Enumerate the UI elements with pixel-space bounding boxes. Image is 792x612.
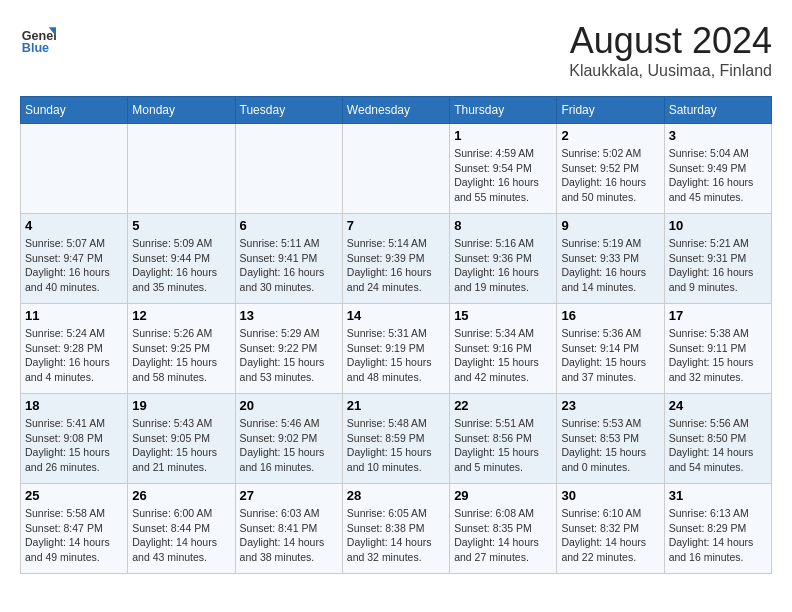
day-number: 9 xyxy=(561,218,659,233)
day-info: Sunrise: 5:11 AM Sunset: 9:41 PM Dayligh… xyxy=(240,236,338,295)
day-info: Sunrise: 5:04 AM Sunset: 9:49 PM Dayligh… xyxy=(669,146,767,205)
day-number: 4 xyxy=(25,218,123,233)
calendar-cell xyxy=(21,124,128,214)
calendar-cell: 31Sunrise: 6:13 AM Sunset: 8:29 PM Dayli… xyxy=(664,484,771,574)
day-info: Sunrise: 5:38 AM Sunset: 9:11 PM Dayligh… xyxy=(669,326,767,385)
day-number: 27 xyxy=(240,488,338,503)
calendar-table: SundayMondayTuesdayWednesdayThursdayFrid… xyxy=(20,96,772,574)
calendar-cell: 23Sunrise: 5:53 AM Sunset: 8:53 PM Dayli… xyxy=(557,394,664,484)
day-number: 17 xyxy=(669,308,767,323)
day-number: 16 xyxy=(561,308,659,323)
calendar-cell: 13Sunrise: 5:29 AM Sunset: 9:22 PM Dayli… xyxy=(235,304,342,394)
calendar-header-row: SundayMondayTuesdayWednesdayThursdayFrid… xyxy=(21,97,772,124)
calendar-cell: 6Sunrise: 5:11 AM Sunset: 9:41 PM Daylig… xyxy=(235,214,342,304)
day-number: 25 xyxy=(25,488,123,503)
calendar-cell: 20Sunrise: 5:46 AM Sunset: 9:02 PM Dayli… xyxy=(235,394,342,484)
day-info: Sunrise: 5:58 AM Sunset: 8:47 PM Dayligh… xyxy=(25,506,123,565)
day-number: 2 xyxy=(561,128,659,143)
day-number: 30 xyxy=(561,488,659,503)
calendar-cell: 3Sunrise: 5:04 AM Sunset: 9:49 PM Daylig… xyxy=(664,124,771,214)
calendar-cell: 22Sunrise: 5:51 AM Sunset: 8:56 PM Dayli… xyxy=(450,394,557,484)
day-info: Sunrise: 6:03 AM Sunset: 8:41 PM Dayligh… xyxy=(240,506,338,565)
calendar-week-row: 25Sunrise: 5:58 AM Sunset: 8:47 PM Dayli… xyxy=(21,484,772,574)
calendar-cell: 24Sunrise: 5:56 AM Sunset: 8:50 PM Dayli… xyxy=(664,394,771,484)
calendar-cell: 12Sunrise: 5:26 AM Sunset: 9:25 PM Dayli… xyxy=(128,304,235,394)
calendar-week-row: 11Sunrise: 5:24 AM Sunset: 9:28 PM Dayli… xyxy=(21,304,772,394)
calendar-cell: 10Sunrise: 5:21 AM Sunset: 9:31 PM Dayli… xyxy=(664,214,771,304)
day-info: Sunrise: 5:43 AM Sunset: 9:05 PM Dayligh… xyxy=(132,416,230,475)
calendar-cell: 18Sunrise: 5:41 AM Sunset: 9:08 PM Dayli… xyxy=(21,394,128,484)
calendar-cell: 28Sunrise: 6:05 AM Sunset: 8:38 PM Dayli… xyxy=(342,484,449,574)
calendar-header-wednesday: Wednesday xyxy=(342,97,449,124)
calendar-cell: 21Sunrise: 5:48 AM Sunset: 8:59 PM Dayli… xyxy=(342,394,449,484)
calendar-header-friday: Friday xyxy=(557,97,664,124)
day-number: 13 xyxy=(240,308,338,323)
calendar-week-row: 1Sunrise: 4:59 AM Sunset: 9:54 PM Daylig… xyxy=(21,124,772,214)
calendar-cell: 1Sunrise: 4:59 AM Sunset: 9:54 PM Daylig… xyxy=(450,124,557,214)
day-number: 24 xyxy=(669,398,767,413)
calendar-header-tuesday: Tuesday xyxy=(235,97,342,124)
calendar-cell: 26Sunrise: 6:00 AM Sunset: 8:44 PM Dayli… xyxy=(128,484,235,574)
day-number: 31 xyxy=(669,488,767,503)
day-info: Sunrise: 6:10 AM Sunset: 8:32 PM Dayligh… xyxy=(561,506,659,565)
day-number: 20 xyxy=(240,398,338,413)
day-number: 29 xyxy=(454,488,552,503)
day-number: 12 xyxy=(132,308,230,323)
day-info: Sunrise: 6:05 AM Sunset: 8:38 PM Dayligh… xyxy=(347,506,445,565)
title-block: August 2024 Klaukkala, Uusimaa, Finland xyxy=(569,20,772,80)
day-info: Sunrise: 6:13 AM Sunset: 8:29 PM Dayligh… xyxy=(669,506,767,565)
calendar-cell: 25Sunrise: 5:58 AM Sunset: 8:47 PM Dayli… xyxy=(21,484,128,574)
calendar-cell: 29Sunrise: 6:08 AM Sunset: 8:35 PM Dayli… xyxy=(450,484,557,574)
day-number: 7 xyxy=(347,218,445,233)
calendar-cell xyxy=(235,124,342,214)
day-info: Sunrise: 5:36 AM Sunset: 9:14 PM Dayligh… xyxy=(561,326,659,385)
calendar-cell: 11Sunrise: 5:24 AM Sunset: 9:28 PM Dayli… xyxy=(21,304,128,394)
day-info: Sunrise: 4:59 AM Sunset: 9:54 PM Dayligh… xyxy=(454,146,552,205)
calendar-week-row: 18Sunrise: 5:41 AM Sunset: 9:08 PM Dayli… xyxy=(21,394,772,484)
day-number: 1 xyxy=(454,128,552,143)
day-number: 10 xyxy=(669,218,767,233)
calendar-header-saturday: Saturday xyxy=(664,97,771,124)
calendar-header-sunday: Sunday xyxy=(21,97,128,124)
day-number: 5 xyxy=(132,218,230,233)
day-number: 11 xyxy=(25,308,123,323)
calendar-cell: 17Sunrise: 5:38 AM Sunset: 9:11 PM Dayli… xyxy=(664,304,771,394)
day-info: Sunrise: 5:51 AM Sunset: 8:56 PM Dayligh… xyxy=(454,416,552,475)
day-info: Sunrise: 5:46 AM Sunset: 9:02 PM Dayligh… xyxy=(240,416,338,475)
day-info: Sunrise: 5:09 AM Sunset: 9:44 PM Dayligh… xyxy=(132,236,230,295)
day-info: Sunrise: 5:16 AM Sunset: 9:36 PM Dayligh… xyxy=(454,236,552,295)
calendar-cell: 15Sunrise: 5:34 AM Sunset: 9:16 PM Dayli… xyxy=(450,304,557,394)
day-info: Sunrise: 5:24 AM Sunset: 9:28 PM Dayligh… xyxy=(25,326,123,385)
day-number: 3 xyxy=(669,128,767,143)
day-info: Sunrise: 5:53 AM Sunset: 8:53 PM Dayligh… xyxy=(561,416,659,475)
page-subtitle: Klaukkala, Uusimaa, Finland xyxy=(569,62,772,80)
day-info: Sunrise: 5:26 AM Sunset: 9:25 PM Dayligh… xyxy=(132,326,230,385)
day-info: Sunrise: 5:14 AM Sunset: 9:39 PM Dayligh… xyxy=(347,236,445,295)
day-number: 8 xyxy=(454,218,552,233)
day-info: Sunrise: 5:19 AM Sunset: 9:33 PM Dayligh… xyxy=(561,236,659,295)
day-number: 23 xyxy=(561,398,659,413)
logo: General Blue xyxy=(20,20,56,56)
day-number: 22 xyxy=(454,398,552,413)
calendar-cell: 7Sunrise: 5:14 AM Sunset: 9:39 PM Daylig… xyxy=(342,214,449,304)
day-number: 6 xyxy=(240,218,338,233)
day-info: Sunrise: 6:00 AM Sunset: 8:44 PM Dayligh… xyxy=(132,506,230,565)
day-number: 28 xyxy=(347,488,445,503)
calendar-cell: 16Sunrise: 5:36 AM Sunset: 9:14 PM Dayli… xyxy=(557,304,664,394)
calendar-cell: 8Sunrise: 5:16 AM Sunset: 9:36 PM Daylig… xyxy=(450,214,557,304)
day-number: 18 xyxy=(25,398,123,413)
calendar-cell: 27Sunrise: 6:03 AM Sunset: 8:41 PM Dayli… xyxy=(235,484,342,574)
calendar-cell: 14Sunrise: 5:31 AM Sunset: 9:19 PM Dayli… xyxy=(342,304,449,394)
day-number: 21 xyxy=(347,398,445,413)
day-number: 19 xyxy=(132,398,230,413)
page-header: General Blue August 2024 Klaukkala, Uusi… xyxy=(20,20,772,80)
day-number: 15 xyxy=(454,308,552,323)
day-info: Sunrise: 5:48 AM Sunset: 8:59 PM Dayligh… xyxy=(347,416,445,475)
day-info: Sunrise: 5:21 AM Sunset: 9:31 PM Dayligh… xyxy=(669,236,767,295)
calendar-cell: 2Sunrise: 5:02 AM Sunset: 9:52 PM Daylig… xyxy=(557,124,664,214)
day-number: 26 xyxy=(132,488,230,503)
calendar-cell: 5Sunrise: 5:09 AM Sunset: 9:44 PM Daylig… xyxy=(128,214,235,304)
day-info: Sunrise: 5:34 AM Sunset: 9:16 PM Dayligh… xyxy=(454,326,552,385)
page-title: August 2024 xyxy=(569,20,772,62)
calendar-cell: 4Sunrise: 5:07 AM Sunset: 9:47 PM Daylig… xyxy=(21,214,128,304)
